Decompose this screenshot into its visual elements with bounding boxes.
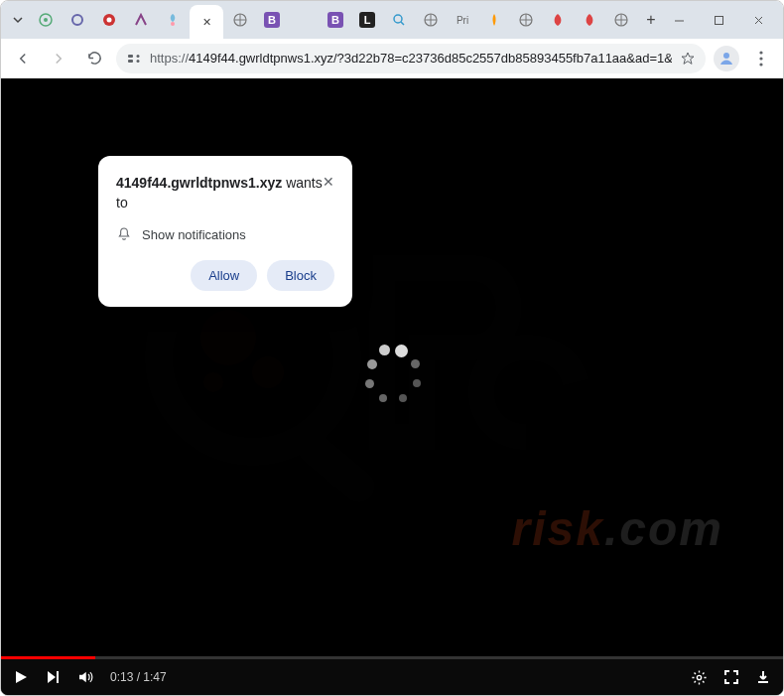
- svg-point-19: [759, 63, 762, 66]
- tab-active[interactable]: ✕: [190, 5, 223, 39]
- svg-point-24: [203, 372, 223, 392]
- notification-permission-popup: 4149f44.gwrldtpnws1.xyz wants to ✕ Show …: [98, 156, 352, 307]
- svg-rect-12: [128, 55, 133, 58]
- notif-title: 4149f44.gwrldtpnws1.xyz wants to: [116, 174, 323, 212]
- svg-point-2: [72, 15, 82, 25]
- forward-button[interactable]: [45, 45, 72, 72]
- tab-10[interactable]: L: [352, 5, 382, 35]
- profile-avatar[interactable]: [714, 46, 739, 71]
- svg-point-17: [759, 51, 762, 54]
- tab-search-dropdown[interactable]: [7, 9, 29, 31]
- tab-1[interactable]: [31, 5, 61, 35]
- svg-point-7: [394, 15, 402, 23]
- tab-4[interactable]: [126, 5, 156, 35]
- svg-point-14: [137, 55, 140, 58]
- back-button[interactable]: [9, 45, 37, 72]
- next-button[interactable]: [45, 669, 61, 685]
- new-tab-button[interactable]: +: [638, 7, 664, 33]
- svg-point-4: [107, 18, 112, 23]
- tab-14[interactable]: [479, 5, 509, 35]
- tab-16[interactable]: [543, 5, 573, 35]
- page-content: risk.com 4149f44.gwrldtpnws1.xyz wants t…: [1, 78, 783, 695]
- url-text[interactable]: https://4149f44.gwrldtpnws1.xyz/?3d22b78…: [150, 51, 672, 66]
- address-bar[interactable]: https://4149f44.gwrldtpnws1.xyz/?3d22b78…: [116, 44, 706, 73]
- allow-button[interactable]: Allow: [191, 260, 257, 291]
- svg-point-1: [44, 18, 48, 22]
- notif-close-icon[interactable]: ✕: [323, 174, 334, 190]
- browser-menu[interactable]: [747, 51, 775, 67]
- tab-8[interactable]: B: [257, 5, 287, 35]
- svg-point-22: [200, 310, 256, 365]
- tab-3[interactable]: [94, 5, 124, 35]
- tab-spacer: [289, 5, 319, 35]
- window-close[interactable]: [743, 8, 773, 32]
- settings-gear-icon[interactable]: [691, 669, 708, 686]
- svg-point-16: [723, 53, 729, 59]
- svg-point-18: [759, 57, 762, 60]
- notif-body-text: Show notifications: [142, 227, 246, 242]
- svg-point-15: [137, 60, 140, 63]
- tab-18[interactable]: [606, 5, 636, 35]
- play-button[interactable]: [13, 669, 29, 685]
- close-tab-icon[interactable]: ✕: [202, 16, 211, 29]
- svg-rect-11: [715, 16, 722, 24]
- video-time: 0:13 / 1:47: [110, 670, 167, 684]
- tab-13[interactable]: Pri: [448, 5, 477, 35]
- site-settings-icon[interactable]: [126, 51, 142, 67]
- url-bar: https://4149f44.gwrldtpnws1.xyz/?3d22b78…: [1, 39, 783, 78]
- window-minimize[interactable]: [664, 8, 694, 32]
- svg-rect-21: [292, 427, 381, 508]
- tab-9[interactable]: B: [321, 5, 350, 35]
- bell-icon: [116, 226, 132, 242]
- svg-point-25: [697, 675, 701, 679]
- tab-7[interactable]: [225, 5, 255, 35]
- tab-2[interactable]: [63, 5, 92, 35]
- tab-17[interactable]: [575, 5, 604, 35]
- window-maximize[interactable]: [704, 8, 733, 32]
- volume-button[interactable]: [76, 668, 94, 686]
- fullscreen-button[interactable]: [723, 669, 739, 685]
- svg-point-5: [171, 22, 175, 26]
- svg-rect-13: [128, 60, 133, 63]
- tab-15[interactable]: [511, 5, 541, 35]
- download-button[interactable]: [755, 669, 771, 685]
- video-controls: 0:13 / 1:47: [1, 659, 783, 695]
- tab-5[interactable]: [158, 5, 188, 35]
- reload-button[interactable]: [80, 45, 108, 72]
- loading-spinner: [357, 340, 427, 409]
- tab-11[interactable]: [384, 5, 414, 35]
- svg-point-23: [252, 356, 284, 388]
- block-button[interactable]: Block: [267, 260, 334, 291]
- bookmark-star-icon[interactable]: [680, 51, 696, 67]
- watermark-text: risk.com: [512, 501, 723, 556]
- tab-12[interactable]: [416, 5, 446, 35]
- tab-strip: ✕ B B L Pri +: [1, 1, 783, 39]
